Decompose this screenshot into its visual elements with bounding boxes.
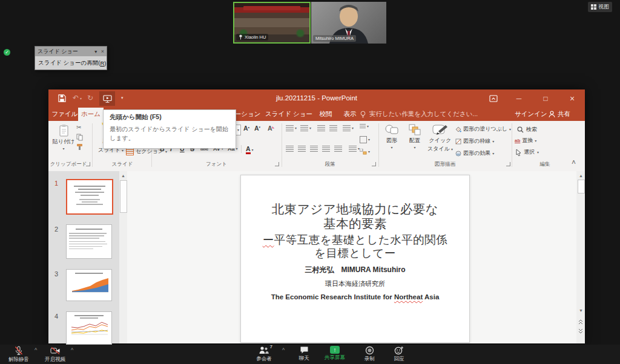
- copy-icon[interactable]: [76, 134, 83, 141]
- scroll-down-icon[interactable]: ▼: [579, 308, 583, 313]
- next-slide-button[interactable]: [578, 328, 583, 334]
- shrink-font-button[interactable]: A▾: [254, 125, 260, 132]
- justify-button[interactable]: [322, 146, 330, 152]
- shape-effects-button[interactable]: 図形の効果▾: [455, 149, 494, 157]
- pin-icon: [239, 34, 243, 40]
- paste-button[interactable]: 貼り付け ▾: [52, 124, 75, 151]
- video-tile-speaker[interactable]: Mitsuhiro MIMURA: [311, 2, 386, 44]
- spellcheck-mark: ー: [263, 233, 274, 246]
- align-left-button[interactable]: [286, 146, 294, 152]
- participants-options-caret[interactable]: ^: [282, 347, 285, 353]
- participants-button[interactable]: 7 参会者: [248, 346, 280, 363]
- screen-share-status-icon: ✓: [4, 49, 10, 56]
- bullets-button[interactable]: ▾: [286, 125, 297, 131]
- previous-slide-button[interactable]: [578, 319, 583, 325]
- chat-bubble-icon: [300, 346, 309, 354]
- decrease-indent-button[interactable]: [317, 125, 325, 131]
- scrollbar-thumb[interactable]: [578, 180, 585, 193]
- record-icon: [365, 346, 374, 355]
- font-group-label: フォント: [151, 161, 282, 168]
- numbering-button[interactable]: ▾: [300, 125, 311, 131]
- thumbnail-slide-3[interactable]: [66, 269, 112, 301]
- slide-canvas[interactable]: 北東アジア地域協力に必要な 基本的要素 ー平等互恵を基礎とした水平的関係 を目標…: [240, 175, 470, 343]
- clipboard-dialog-launcher[interactable]: [86, 162, 90, 166]
- font-color-button[interactable]: A▾: [246, 145, 254, 154]
- tab-review[interactable]: 校閲: [315, 108, 337, 121]
- columns-button[interactable]: [334, 146, 342, 152]
- text-align-extra-button[interactable]: ▾: [349, 146, 360, 152]
- drawing-dialog-launcher[interactable]: [506, 162, 510, 166]
- slideshow-popup-titlebar[interactable]: スライド ショー ▼ ×: [35, 47, 107, 56]
- close-button[interactable]: ×: [562, 89, 582, 108]
- slide-number: 2: [54, 226, 58, 233]
- format-painter-icon[interactable]: [76, 143, 84, 151]
- shape-effects-icon: [455, 151, 461, 157]
- view-label: 视图: [598, 3, 609, 11]
- paragraph-dialog-launcher[interactable]: [372, 162, 376, 166]
- align-text-button[interactable]: ▾: [360, 136, 370, 143]
- participants-icon: 7: [259, 346, 269, 355]
- cut-icon[interactable]: ✂: [76, 124, 81, 131]
- replace-icon: ab: [515, 138, 520, 143]
- convert-smartart-button[interactable]: ▾: [360, 149, 370, 155]
- audio-options-caret[interactable]: ^: [35, 347, 37, 353]
- collapse-ribbon-button[interactable]: ˄: [572, 158, 576, 167]
- text-direction-button[interactable]: ▾: [360, 124, 369, 129]
- font-dialog-launcher[interactable]: [275, 162, 279, 166]
- shape-fill-button[interactable]: 図形の塗りつぶし▾: [455, 125, 511, 133]
- quick-styles-button[interactable]: クイック スタイル▾: [427, 124, 453, 153]
- resume-slideshow-menu-item[interactable]: スライド ショーの再開(R): [35, 56, 107, 70]
- scroll-up-icon[interactable]: ▲: [579, 174, 583, 178]
- area-chart-thumbnail: [70, 275, 108, 294]
- view-layout-button[interactable]: 视图: [588, 2, 612, 12]
- tab-slideshow[interactable]: スライド ショー: [264, 108, 314, 121]
- line-spacing-button[interactable]: ▾: [343, 125, 354, 131]
- slide-scrollbar[interactable]: ▲ ▼: [576, 171, 585, 343]
- scrollbar-thumb[interactable]: [120, 180, 127, 213]
- scroll-up-icon[interactable]: ▲: [121, 174, 125, 178]
- shapes-button[interactable]: 図形 ▾: [381, 124, 403, 149]
- minimize-button[interactable]: ─: [509, 89, 529, 108]
- sign-in-button[interactable]: サインイン: [515, 108, 547, 121]
- popup-close-icon[interactable]: ×: [101, 48, 104, 54]
- slideshow-popup: スライド ショー ▼ × スライド ショーの再開(R): [35, 46, 107, 70]
- search-icon: [517, 126, 524, 133]
- align-right-button[interactable]: [310, 146, 318, 152]
- thumbnail-slide-4[interactable]: [66, 311, 112, 345]
- slide-title-textbox[interactable]: 北東アジア地域協力に必要な 基本的要素 ー平等互恵を基礎とした水平的関係 を目標…: [241, 202, 469, 260]
- start-video-button[interactable]: 开启视频: [40, 346, 70, 363]
- record-button[interactable]: 录制: [358, 346, 380, 363]
- drawing-group-label: 図形描画: [378, 161, 512, 168]
- tell-me-box[interactable]: 実行したい作業を入力してください...: [360, 108, 478, 121]
- slide-subtitle-textbox[interactable]: 三村光弘 MIMURA Mitsuhiro 環日本海経済研究所 The Econ…: [241, 265, 469, 301]
- tooltip-body: 最初のスライドからスライド ショーを開始します。: [110, 125, 229, 143]
- share-button[interactable]: 共有: [549, 108, 570, 121]
- grow-font-button[interactable]: A▴: [243, 125, 249, 132]
- chat-button[interactable]: 聊天: [293, 346, 315, 362]
- ribbon-display-options-button[interactable]: [483, 89, 504, 108]
- align-center-button[interactable]: [298, 146, 306, 152]
- clear-formatting-button[interactable]: A◣: [268, 125, 274, 132]
- select-button[interactable]: 選択▾: [516, 148, 539, 156]
- thumbnail-scrollbar[interactable]: ▲: [119, 171, 127, 343]
- replace-button[interactable]: ab 置換▾: [515, 137, 536, 145]
- video-tile-room[interactable]: Xiaolin HU: [233, 2, 311, 44]
- popup-dropdown-icon[interactable]: ▼: [94, 50, 98, 54]
- maximize-button[interactable]: □: [535, 89, 556, 108]
- tab-view[interactable]: 表示: [339, 108, 361, 121]
- arrange-button[interactable]: 配置 ▾: [404, 124, 426, 149]
- thumbnail-slide-1[interactable]: [66, 179, 113, 215]
- thumbnail-slide-2[interactable]: [66, 224, 112, 259]
- share-screen-button[interactable]: ↑ 共享屏幕: [321, 346, 349, 362]
- shape-outline-button[interactable]: 図形の枠線▾: [455, 137, 494, 145]
- unmute-button[interactable]: 解除静音: [4, 346, 34, 363]
- tab-home[interactable]: ホーム: [78, 108, 104, 121]
- increase-indent-button[interactable]: [329, 125, 337, 131]
- shapes-icon: [384, 124, 399, 135]
- title-bar[interactable]: ↶ ▾ ↻ ▾ jlu.20211215 - PowerPoint ─ □ ×: [48, 89, 585, 108]
- tab-file[interactable]: ファイル: [51, 108, 78, 121]
- workspace: 1 2: [48, 171, 585, 343]
- reactions-button[interactable]: 回应: [388, 346, 410, 363]
- find-button[interactable]: 検索: [517, 126, 537, 134]
- video-options-caret[interactable]: ^: [71, 347, 73, 353]
